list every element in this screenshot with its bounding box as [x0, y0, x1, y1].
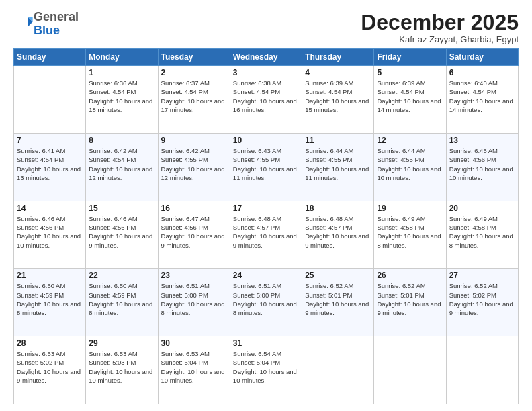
calendar-cell: 18Sunrise: 6:48 AM Sunset: 4:57 PM Dayli… [302, 201, 374, 269]
calendar-cell [14, 66, 86, 134]
day-info: Sunrise: 6:47 AM Sunset: 4:56 PM Dayligh… [161, 214, 227, 250]
calendar-cell: 30Sunrise: 6:53 AM Sunset: 5:04 PM Dayli… [158, 336, 230, 404]
day-number: 13 [449, 136, 515, 145]
day-info: Sunrise: 6:53 AM Sunset: 5:02 PM Dayligh… [17, 349, 83, 385]
calendar-cell: 13Sunrise: 6:45 AM Sunset: 4:56 PM Dayli… [446, 133, 518, 201]
day-number: 21 [17, 271, 83, 280]
day-number: 6 [449, 68, 515, 77]
calendar-cell: 1Sunrise: 6:36 AM Sunset: 4:54 PM Daylig… [86, 66, 158, 134]
calendar-cell: 19Sunrise: 6:49 AM Sunset: 4:58 PM Dayli… [374, 201, 446, 269]
day-info: Sunrise: 6:52 AM Sunset: 5:02 PM Dayligh… [449, 281, 515, 317]
day-info: Sunrise: 6:41 AM Sunset: 4:54 PM Dayligh… [17, 146, 83, 182]
calendar-cell [374, 336, 446, 404]
day-number: 25 [305, 271, 371, 280]
day-number: 16 [161, 203, 227, 213]
col-sunday: Sunday [14, 49, 86, 66]
logo: General Blue [13, 11, 79, 38]
calendar-cell: 20Sunrise: 6:49 AM Sunset: 4:58 PM Dayli… [446, 201, 518, 269]
logo-general: General [34, 10, 79, 24]
day-number: 14 [17, 203, 83, 213]
day-number: 9 [161, 136, 227, 145]
calendar-cell: 6Sunrise: 6:40 AM Sunset: 4:54 PM Daylig… [446, 66, 518, 134]
header: General Blue December 2025 Kafr az Zayya… [13, 11, 519, 44]
day-number: 29 [89, 338, 154, 348]
day-info: Sunrise: 6:50 AM Sunset: 4:59 PM Dayligh… [17, 281, 83, 317]
calendar-cell: 11Sunrise: 6:44 AM Sunset: 4:55 PM Dayli… [302, 133, 374, 201]
day-info: Sunrise: 6:50 AM Sunset: 4:59 PM Dayligh… [89, 281, 154, 317]
calendar-cell: 8Sunrise: 6:42 AM Sunset: 4:54 PM Daylig… [86, 133, 158, 201]
calendar-header-row: Sunday Monday Tuesday Wednesday Thursday… [14, 49, 519, 66]
col-monday: Monday [86, 49, 158, 66]
calendar-cell: 2Sunrise: 6:37 AM Sunset: 4:54 PM Daylig… [158, 66, 230, 134]
day-info: Sunrise: 6:43 AM Sunset: 4:55 PM Dayligh… [233, 146, 299, 182]
day-number: 24 [233, 271, 299, 280]
col-thursday: Thursday [302, 49, 374, 66]
location-subtitle: Kafr az Zayyat, Gharbia, Egypt [361, 34, 519, 44]
calendar-cell: 3Sunrise: 6:38 AM Sunset: 4:54 PM Daylig… [230, 66, 302, 134]
day-info: Sunrise: 6:51 AM Sunset: 5:00 PM Dayligh… [233, 281, 299, 317]
calendar-cell: 10Sunrise: 6:43 AM Sunset: 4:55 PM Dayli… [230, 133, 302, 201]
logo-blue: Blue [34, 24, 60, 37]
day-number: 17 [233, 203, 299, 213]
title-block: December 2025 Kafr az Zayyat, Gharbia, E… [361, 11, 519, 44]
day-info: Sunrise: 6:48 AM Sunset: 4:57 PM Dayligh… [305, 214, 371, 250]
calendar-week-2: 7Sunrise: 6:41 AM Sunset: 4:54 PM Daylig… [14, 133, 519, 201]
calendar-cell: 22Sunrise: 6:50 AM Sunset: 4:59 PM Dayli… [86, 269, 158, 336]
calendar-table: Sunday Monday Tuesday Wednesday Thursday… [13, 48, 519, 404]
day-info: Sunrise: 6:52 AM Sunset: 5:01 PM Dayligh… [305, 281, 371, 317]
day-number: 18 [305, 203, 371, 213]
day-info: Sunrise: 6:54 AM Sunset: 5:04 PM Dayligh… [233, 349, 299, 385]
day-number: 23 [161, 271, 227, 280]
col-friday: Friday [374, 49, 446, 66]
day-number: 5 [377, 68, 443, 77]
day-info: Sunrise: 6:42 AM Sunset: 4:55 PM Dayligh… [161, 146, 227, 182]
day-number: 22 [89, 271, 154, 280]
day-number: 2 [161, 68, 227, 77]
day-number: 12 [377, 136, 443, 145]
day-number: 30 [161, 338, 227, 348]
calendar-cell: 15Sunrise: 6:46 AM Sunset: 4:56 PM Dayli… [86, 201, 158, 269]
calendar-cell: 23Sunrise: 6:51 AM Sunset: 5:00 PM Dayli… [158, 269, 230, 336]
day-number: 7 [17, 136, 83, 145]
day-info: Sunrise: 6:49 AM Sunset: 4:58 PM Dayligh… [449, 214, 515, 250]
calendar-cell: 12Sunrise: 6:44 AM Sunset: 4:55 PM Dayli… [374, 133, 446, 201]
day-number: 1 [89, 68, 154, 77]
day-info: Sunrise: 6:45 AM Sunset: 4:56 PM Dayligh… [449, 146, 515, 182]
col-tuesday: Tuesday [158, 49, 230, 66]
day-number: 26 [377, 271, 443, 280]
calendar-week-3: 14Sunrise: 6:46 AM Sunset: 4:56 PM Dayli… [14, 201, 519, 269]
day-info: Sunrise: 6:46 AM Sunset: 4:56 PM Dayligh… [17, 214, 83, 250]
day-info: Sunrise: 6:53 AM Sunset: 5:04 PM Dayligh… [161, 349, 227, 385]
day-number: 28 [17, 338, 83, 348]
calendar-cell: 9Sunrise: 6:42 AM Sunset: 4:55 PM Daylig… [158, 133, 230, 201]
day-number: 4 [305, 68, 371, 77]
day-info: Sunrise: 6:42 AM Sunset: 4:54 PM Dayligh… [89, 146, 154, 182]
logo-text: General Blue [34, 11, 79, 38]
day-info: Sunrise: 6:38 AM Sunset: 4:54 PM Dayligh… [233, 79, 299, 114]
day-number: 20 [449, 203, 515, 213]
col-wednesday: Wednesday [230, 49, 302, 66]
calendar-cell: 5Sunrise: 6:39 AM Sunset: 4:54 PM Daylig… [374, 66, 446, 134]
calendar-week-5: 28Sunrise: 6:53 AM Sunset: 5:02 PM Dayli… [14, 336, 519, 404]
calendar-cell: 29Sunrise: 6:53 AM Sunset: 5:03 PM Dayli… [86, 336, 158, 404]
calendar-cell: 17Sunrise: 6:48 AM Sunset: 4:57 PM Dayli… [230, 201, 302, 269]
day-info: Sunrise: 6:51 AM Sunset: 5:00 PM Dayligh… [161, 281, 227, 317]
logo-icon [15, 13, 34, 32]
calendar-cell: 31Sunrise: 6:54 AM Sunset: 5:04 PM Dayli… [230, 336, 302, 404]
calendar-cell: 27Sunrise: 6:52 AM Sunset: 5:02 PM Dayli… [446, 269, 518, 336]
day-number: 19 [377, 203, 443, 213]
calendar-cell: 16Sunrise: 6:47 AM Sunset: 4:56 PM Dayli… [158, 201, 230, 269]
day-info: Sunrise: 6:44 AM Sunset: 4:55 PM Dayligh… [377, 146, 443, 182]
calendar-cell: 4Sunrise: 6:39 AM Sunset: 4:54 PM Daylig… [302, 66, 374, 134]
day-info: Sunrise: 6:48 AM Sunset: 4:57 PM Dayligh… [233, 214, 299, 250]
calendar-cell: 25Sunrise: 6:52 AM Sunset: 5:01 PM Dayli… [302, 269, 374, 336]
calendar-cell: 21Sunrise: 6:50 AM Sunset: 4:59 PM Dayli… [14, 269, 86, 336]
day-number: 10 [233, 136, 299, 145]
calendar-cell: 14Sunrise: 6:46 AM Sunset: 4:56 PM Dayli… [14, 201, 86, 269]
month-title: December 2025 [361, 11, 519, 34]
col-saturday: Saturday [446, 49, 518, 66]
calendar-cell [446, 336, 518, 404]
day-number: 15 [89, 203, 154, 213]
calendar-cell: 24Sunrise: 6:51 AM Sunset: 5:00 PM Dayli… [230, 269, 302, 336]
day-number: 3 [233, 68, 299, 77]
